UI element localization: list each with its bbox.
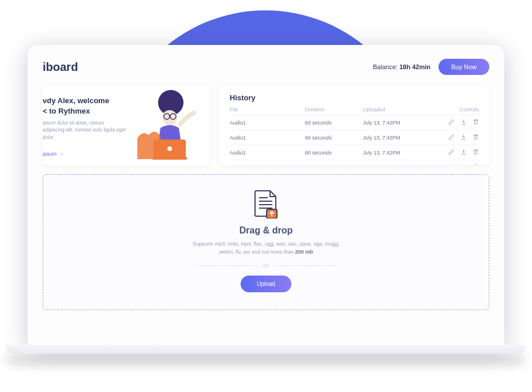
dropzone-description: Supports mp3, m4a, mp4, flac, ogg, wav, … bbox=[188, 240, 344, 256]
cell-duration: 60 seconds bbox=[305, 120, 363, 126]
upload-button[interactable]: Upload bbox=[241, 276, 291, 292]
balance-label: Balance: bbox=[373, 63, 398, 70]
cell-uploaded: July 13, 7:42PM bbox=[363, 165, 433, 165]
col-duration: Duration bbox=[305, 107, 363, 112]
cell-file: Audio1 bbox=[230, 150, 305, 156]
welcome-link[interactable]: ipsum → bbox=[43, 151, 64, 157]
content-row: vdy Alex, welcome < to Rythmex ipsum dol… bbox=[43, 85, 489, 165]
edit-icon[interactable] bbox=[448, 134, 455, 141]
page-title: iboard bbox=[43, 61, 78, 74]
edit-icon[interactable] bbox=[448, 149, 455, 156]
cell-duration: 60 seconds bbox=[305, 165, 363, 165]
cell-file: Audio1 bbox=[230, 120, 305, 126]
or-divider: Or bbox=[191, 263, 341, 269]
download-icon[interactable] bbox=[460, 119, 467, 126]
col-file: File bbox=[230, 107, 305, 112]
history-card: History File Duration Uploaded Controls … bbox=[219, 85, 489, 165]
dropzone-title: Drag & drop bbox=[49, 225, 483, 236]
header: iboard Balance: 18h 42min Buy Now bbox=[43, 59, 489, 75]
trash-icon[interactable] bbox=[473, 164, 479, 165]
table-row: Audio160 secondsJuly 13, 7:42PM bbox=[230, 115, 479, 130]
svg-point-6 bbox=[167, 146, 172, 151]
welcome-title: vdy Alex, welcome < to Rythmex bbox=[43, 96, 126, 116]
app-window: iboard Balance: 18h 42min Buy Now vdy Al… bbox=[28, 45, 504, 348]
trash-icon[interactable] bbox=[473, 119, 479, 126]
laptop-base bbox=[6, 345, 525, 354]
cell-uploaded: July 13, 7:42PM bbox=[363, 150, 433, 156]
trash-icon[interactable] bbox=[473, 149, 479, 156]
welcome-card: vdy Alex, welcome < to Rythmex ipsum dol… bbox=[43, 85, 210, 165]
cell-duration: 60 seconds bbox=[305, 135, 363, 141]
cell-duration: 60 seconds bbox=[305, 150, 363, 156]
welcome-link-label: ipsum bbox=[43, 151, 57, 157]
edit-icon[interactable] bbox=[448, 119, 455, 126]
header-right: Balance: 18h 42min Buy Now bbox=[373, 59, 489, 75]
cell-uploaded: July 13, 7:42PM bbox=[363, 120, 433, 126]
cell-controls bbox=[433, 149, 479, 156]
col-controls: Controls bbox=[433, 107, 479, 112]
cell-controls bbox=[433, 134, 479, 141]
cell-controls bbox=[433, 164, 479, 165]
trash-icon[interactable] bbox=[473, 134, 479, 141]
table-row: Audio160 secondsJuly 13, 7:42PM bbox=[230, 160, 479, 165]
history-header-row: File Duration Uploaded Controls bbox=[230, 107, 479, 115]
download-icon[interactable] bbox=[460, 149, 467, 156]
arrow-right-icon: → bbox=[59, 151, 64, 157]
col-uploaded: Uploaded bbox=[363, 107, 433, 112]
table-row: Audio160 secondsJuly 13, 7:42PM bbox=[230, 145, 479, 160]
balance-value: 18h 42min bbox=[399, 63, 430, 70]
history-title: History bbox=[230, 93, 479, 102]
download-icon[interactable] bbox=[460, 164, 467, 165]
history-table: File Duration Uploaded Controls Audio160… bbox=[230, 107, 479, 165]
document-upload-icon bbox=[253, 190, 279, 218]
cell-controls bbox=[433, 119, 479, 126]
buy-now-button[interactable]: Buy Now bbox=[439, 59, 489, 75]
balance-display: Balance: 18h 42min bbox=[373, 63, 430, 70]
upload-dropzone[interactable]: Drag & drop Supports mp3, m4a, mp4, flac… bbox=[43, 174, 489, 310]
cell-file: Audio1 bbox=[230, 165, 305, 165]
welcome-description: ipsum dolor sit amet, ctetuer adipiscing… bbox=[43, 119, 126, 141]
download-icon[interactable] bbox=[460, 134, 467, 141]
cell-uploaded: July 13, 7:42PM bbox=[363, 135, 433, 141]
edit-icon[interactable] bbox=[448, 164, 455, 165]
welcome-illustration bbox=[126, 89, 207, 161]
table-row: Audio160 secondsJuly 13, 7:42PM bbox=[230, 130, 479, 145]
cell-file: Audio1 bbox=[230, 135, 305, 141]
